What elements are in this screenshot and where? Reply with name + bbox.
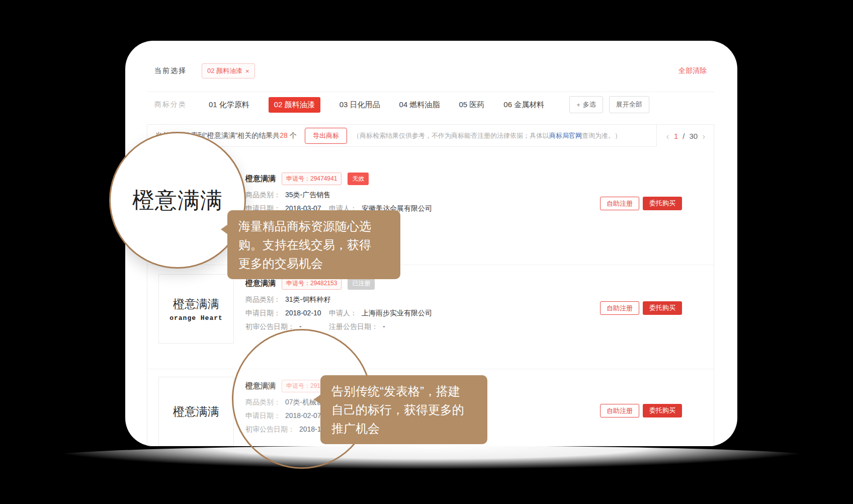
applicant-label: 申请人： bbox=[329, 309, 357, 317]
category-value: 31类-饲料种籽 bbox=[285, 295, 330, 303]
trademark-office-link[interactable]: 商标局官网 bbox=[549, 132, 582, 139]
selected-filter-tag-label: 02 颜料油漆 bbox=[207, 66, 242, 75]
tooltip-line: 告别传统“发表格”，搭建 bbox=[331, 382, 476, 400]
category-item-03[interactable]: 03 日化用品 bbox=[339, 100, 380, 110]
applicant-value: 上海雨步实业有限公司 bbox=[362, 309, 432, 317]
disclaimer-text: （商标检索结果仅供参考，不作为商标能否注册的法律依据；具体以 bbox=[353, 132, 549, 139]
entrust-purchase-button[interactable]: 委托购买 bbox=[643, 404, 682, 417]
status-badge-invalid: 无效 bbox=[348, 173, 369, 185]
application-number-value: 29482153 bbox=[310, 280, 337, 287]
category-label: 商品类别： bbox=[245, 191, 281, 199]
first-notice-label: 初审公告日期： bbox=[245, 322, 295, 330]
magnifier-circle: 橙意满满 bbox=[109, 132, 246, 269]
total-pages: 30 bbox=[689, 132, 698, 140]
category-item-02-selected[interactable]: 02 颜料油漆 bbox=[269, 97, 320, 113]
apply-date-label: 申请日期： bbox=[245, 309, 281, 317]
entrust-purchase-button[interactable]: 委托购买 bbox=[643, 197, 682, 210]
chevron-right-icon[interactable]: › bbox=[702, 131, 705, 141]
trademark-image: 橙意满满 orange Heart bbox=[158, 274, 234, 344]
entrust-purchase-button[interactable]: 委托购买 bbox=[643, 301, 682, 315]
application-number-value: 29474941 bbox=[310, 175, 337, 182]
category-item-06[interactable]: 06 金属材料 bbox=[503, 100, 544, 110]
tooltip-line: 海量精品商标资源随心选 bbox=[238, 217, 389, 235]
tooltip-line: 推广机会 bbox=[331, 419, 476, 438]
disclaimer: （商标检索结果仅供参考，不作为商标能否注册的法律依据；具体以商标局官网查询为准。… bbox=[353, 131, 621, 140]
trademark-image: 橙意满满 bbox=[158, 377, 234, 446]
plus-icon: + bbox=[576, 101, 580, 109]
trademark-image-text: 橙意满满 bbox=[173, 296, 219, 312]
tooltip-line: 更多的交易机会 bbox=[238, 254, 389, 273]
close-icon[interactable]: × bbox=[245, 67, 249, 75]
reg-notice-label: 注册公告日期： bbox=[329, 322, 378, 330]
trademark-image-text: 橙意满满 bbox=[173, 404, 219, 419]
laptop-base-shadow bbox=[43, 446, 820, 469]
category-item-04[interactable]: 04 燃料油脂 bbox=[399, 100, 440, 110]
selected-filter-tag[interactable]: 02 颜料油漆 × bbox=[202, 63, 255, 78]
category-value: 35类-广告销售 bbox=[285, 191, 330, 199]
export-trademarks-button[interactable]: 导出商标 bbox=[305, 128, 347, 144]
disclaimer-text-end: 查询为准。） bbox=[582, 132, 621, 139]
tooltip-promotion: 告别传统“发表格”，搭建 自己的标行，获得更多的 推广机会 bbox=[320, 375, 487, 444]
current-selection-label: 当前选择 bbox=[154, 66, 187, 75]
expand-all-button[interactable]: 展开全部 bbox=[609, 96, 649, 113]
results-unit: 个 bbox=[290, 131, 297, 139]
reg-notice-value: - bbox=[383, 322, 385, 330]
magnified-trademark-text: 橙意满满 bbox=[132, 186, 223, 215]
category-item-05[interactable]: 05 医药 bbox=[459, 100, 484, 110]
page-separator: / bbox=[683, 132, 685, 140]
trademark-name: 橙意满满 bbox=[245, 174, 276, 184]
multi-select-label: 多选 bbox=[583, 100, 596, 109]
results-count: 28 bbox=[280, 131, 288, 139]
category-bar: 商标分类 01 化学原料 02 颜料油漆 03 日化用品 04 燃料油脂 05 … bbox=[154, 96, 714, 113]
divider bbox=[147, 92, 714, 92]
trademark-name: 橙意满满 bbox=[245, 279, 276, 288]
category-label: 商品类别： bbox=[245, 295, 281, 303]
category-item-01[interactable]: 01 化学原料 bbox=[209, 100, 249, 110]
clear-all-button[interactable]: 全部清除 bbox=[678, 66, 707, 75]
self-register-button[interactable]: 自助注册 bbox=[600, 301, 639, 315]
pagination: ‹ 1 / 30 › bbox=[656, 125, 715, 147]
tooltip-line: 购。支持在线交易，获得 bbox=[238, 235, 389, 254]
tooltip-line: 自己的标行，获得更多的 bbox=[331, 400, 476, 419]
tooltip-trademark-marketplace: 海量精品商标资源随心选 购。支持在线交易，获得 更多的交易机会 bbox=[227, 210, 400, 279]
current-selection-bar: 当前选择 02 颜料油漆 × 全部清除 bbox=[154, 63, 707, 79]
self-register-button[interactable]: 自助注册 bbox=[600, 197, 639, 210]
category-bar-label: 商标分类 bbox=[154, 100, 187, 109]
result-row-2: 橙意满满 orange Heart 橙意满满 申请号：29482153 已注册 … bbox=[147, 274, 715, 347]
application-number-label: 申请号： bbox=[286, 280, 310, 287]
current-page: 1 bbox=[674, 132, 678, 140]
application-number-badge: 申请号：29474941 bbox=[282, 173, 342, 185]
trademark-image-subtext: orange Heart bbox=[169, 314, 223, 322]
row-divider bbox=[147, 369, 715, 369]
self-register-button[interactable]: 自助注册 bbox=[600, 404, 639, 417]
apply-date-value: 2018-02-10 bbox=[285, 309, 321, 317]
chevron-left-icon[interactable]: ‹ bbox=[666, 131, 669, 141]
screenshot-stage: 当前选择 02 颜料油漆 × 全部清除 商标分类 01 化学原料 02 颜料油漆… bbox=[0, 0, 853, 504]
multi-select-button[interactable]: + 多选 bbox=[569, 96, 603, 113]
application-number-label: 申请号： bbox=[286, 175, 310, 182]
results-header: 当前为您检索到“橙意满满”相关的结果共28个 导出商标 （商标检索结果仅供参考，… bbox=[147, 125, 656, 147]
